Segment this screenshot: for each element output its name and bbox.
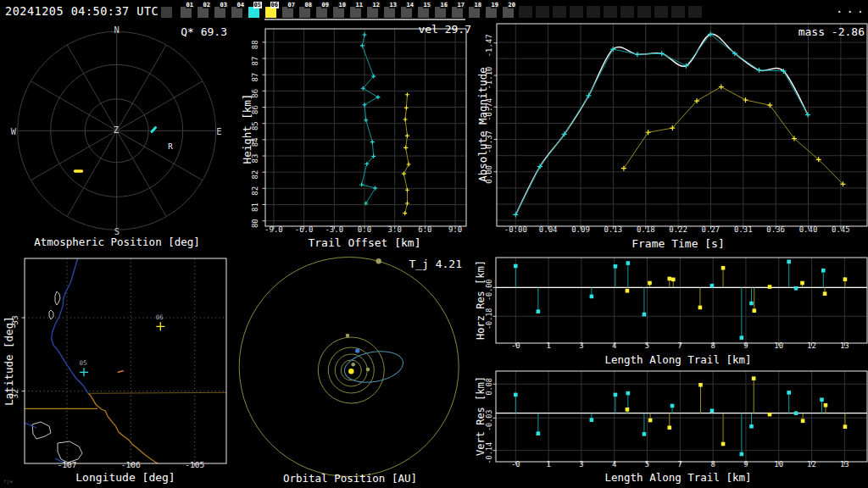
trail-series-station-06 <box>402 92 411 215</box>
vert-res-xlabel: Length Along Trail [km] <box>593 471 763 484</box>
svg-text:87: 87 <box>251 73 259 82</box>
frame-number-01: 01 <box>186 2 194 8</box>
svg-text:1: 1 <box>546 341 550 350</box>
svg-text:-0.00: -0.00 <box>504 225 527 234</box>
frame-number-17: 17 <box>457 2 465 8</box>
frame-cell-07[interactable]: 07 <box>282 7 293 18</box>
frame-number-11: 11 <box>355 2 364 8</box>
map-stations: 0506 <box>79 313 164 376</box>
frame-number-03: 03 <box>220 2 228 8</box>
frame-number-13: 13 <box>389 2 398 8</box>
frame-cell-pad[interactable] <box>161 7 172 18</box>
svg-text:3.0: 3.0 <box>388 225 402 234</box>
frame-cell-16[interactable]: 16 <box>435 7 446 18</box>
frame-cell-17[interactable]: 17 <box>452 7 463 18</box>
frame-cell-10[interactable]: 10 <box>333 7 344 18</box>
frame-cell-06[interactable]: 06 <box>265 7 276 18</box>
trail-ylabel: Height [km] <box>241 94 253 164</box>
frame-cell-15[interactable]: 15 <box>418 7 429 18</box>
svg-text:E: E <box>216 126 221 136</box>
horz_res-tick-labels: -01345789101213-0.00-0.18 <box>485 280 849 350</box>
frame-cell-12[interactable]: 12 <box>367 7 378 18</box>
orbit-plot <box>239 258 459 477</box>
svg-text:13: 13 <box>840 460 849 469</box>
frame-number-18: 18 <box>474 2 482 8</box>
frame-cell-extra-11[interactable] <box>688 6 702 18</box>
vert_res-series-station-05 <box>514 391 824 456</box>
frame-cell-extra-6[interactable] <box>604 6 617 18</box>
frame-cell-extra-8[interactable] <box>637 6 651 18</box>
frame-cell-08[interactable]: 08 <box>299 7 310 18</box>
sky-meteor-marks <box>75 128 156 172</box>
svg-text:-106: -106 <box>121 460 141 469</box>
frame-cell-13[interactable]: 13 <box>384 7 395 18</box>
frame-number-16: 16 <box>440 2 448 8</box>
trail-xlabel: Trail Offset [km] <box>280 236 449 249</box>
svg-text:12: 12 <box>807 341 816 350</box>
svg-text:7: 7 <box>678 460 682 469</box>
frame-cell-extra-1[interactable] <box>519 6 532 18</box>
svg-text:0.27: 0.27 <box>702 225 721 234</box>
frame-cell-11[interactable]: 11 <box>350 7 361 18</box>
svg-text:6.0: 6.0 <box>418 225 431 234</box>
trail-tick-labels: -9.0-6.0-3.00.03.06.09.08081828283848586… <box>251 40 462 234</box>
magnitude-series-station-06 <box>621 85 846 187</box>
horz_res-series-station-06 <box>626 266 848 313</box>
vert-res-ylabel: Vert Res [km] <box>475 376 487 456</box>
frame-cell-19[interactable]: 19 <box>486 7 497 18</box>
svg-text:-1.47: -1.47 <box>485 34 493 57</box>
orbit-title: Orbital Position [AU] <box>265 472 435 485</box>
frame-cell-extra-7[interactable] <box>620 6 634 18</box>
horz_res-frame <box>496 258 867 343</box>
frame-cell-extra-4[interactable] <box>570 6 583 18</box>
frame-number-04: 04 <box>236 2 245 8</box>
frame-cell-03[interactable]: 03 <box>214 7 225 18</box>
svg-text:10: 10 <box>774 460 783 469</box>
map-frame <box>25 258 226 463</box>
vert_res-frame <box>496 371 867 462</box>
svg-text:9: 9 <box>743 460 748 469</box>
frame-cell-extra-3[interactable] <box>553 6 566 18</box>
frame-cell-extra-2[interactable] <box>536 6 549 18</box>
frame-number-20: 20 <box>508 2 516 8</box>
frame-cell-01[interactable]: 01 <box>181 7 192 18</box>
svg-text:0.04: 0.04 <box>539 225 558 234</box>
svg-text:0.22: 0.22 <box>669 225 687 234</box>
mass-annotation: mass -2.86 <box>761 25 865 38</box>
frame-cell-20[interactable]: 20 <box>503 7 514 18</box>
frame-cell-05[interactable]: 05 <box>248 7 259 18</box>
frame-cell-extra-9[interactable] <box>654 6 668 18</box>
frame-cell-09[interactable]: 09 <box>316 7 327 18</box>
svg-text:88: 88 <box>251 40 259 49</box>
frame-cell-04[interactable]: 04 <box>231 7 242 18</box>
vert_res-grid <box>496 371 867 462</box>
frame-cell-extra-10[interactable] <box>671 6 685 18</box>
sky-plot <box>18 31 216 230</box>
earth-dot <box>355 348 359 352</box>
menu-dots[interactable]: ... <box>836 0 867 17</box>
frame-cell-14[interactable]: 14 <box>401 7 412 18</box>
svg-text:-9.0: -9.0 <box>264 225 283 234</box>
svg-text:W: W <box>11 126 17 136</box>
planet-dot <box>351 363 355 367</box>
frame-cell-02[interactable]: 02 <box>198 7 209 18</box>
frame-cell-extra-5[interactable] <box>587 6 600 18</box>
vert_res-series-station-06 <box>626 376 848 446</box>
svg-text:8: 8 <box>710 341 715 350</box>
meteoroid-orbit <box>342 347 405 387</box>
horz_res-grid <box>496 258 867 343</box>
magnitude-xlabel: Frame Time [s] <box>593 237 763 250</box>
vert_res-tick-labels: -013457891012130.08-0.03-0.14 <box>485 378 849 469</box>
frame-number-14: 14 <box>406 2 415 8</box>
svg-text:05: 05 <box>79 359 86 367</box>
q-star-annotation: Q* 69.3 <box>136 25 227 38</box>
horz-res-xlabel: Length Along Trail [km] <box>593 353 763 366</box>
svg-text:81: 81 <box>251 202 259 212</box>
magnitude-series-station-05 <box>513 31 810 217</box>
svg-text:-0: -0 <box>511 460 520 469</box>
magnitude-series-fit-curve <box>515 34 808 214</box>
planet-dot <box>366 368 370 372</box>
frame-number-19: 19 <box>491 2 499 8</box>
horz-res-ylabel: Horz Res [km] <box>475 260 487 340</box>
frame-cell-18[interactable]: 18 <box>469 7 480 18</box>
